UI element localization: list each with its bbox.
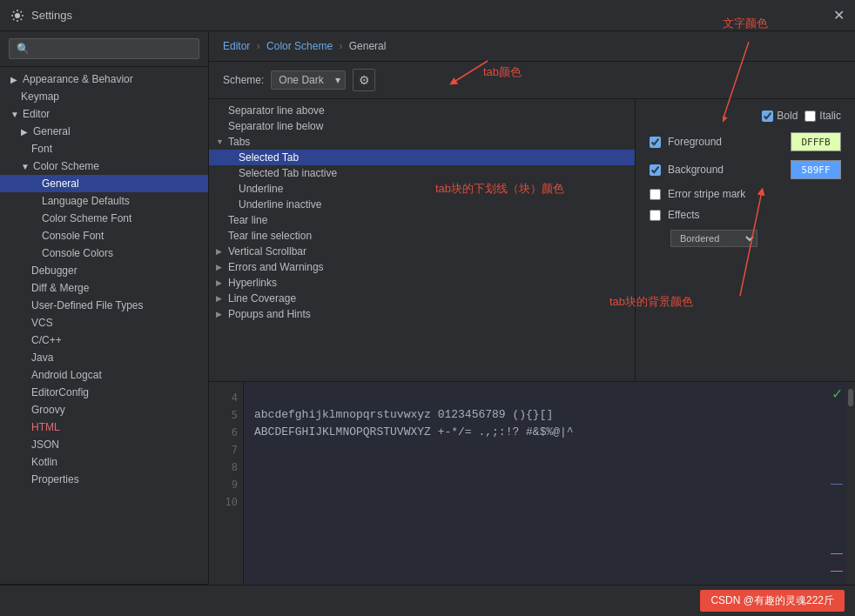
tree-item-tabs[interactable]: ▼ Tabs [209,134,635,150]
italic-label: Italic [819,110,841,122]
sidebar-item-consolefont[interactable]: Console Font [0,227,208,244]
sidebar-item-properties[interactable]: Properties [0,471,208,488]
tree-item-hyperlinks[interactable]: ▶ Hyperlinks [209,275,635,291]
tree-item-underline-inactive[interactable]: Underline inactive [209,197,635,212]
sidebar-item-label: Keymap [21,90,59,103]
error-stripe-label: Error stripe mark [668,188,841,200]
preview-code: abcdefghijklmnopqrstuvwxyz 0123456789 ()… [244,382,846,616]
scrollbar-thumb [848,389,853,406]
sidebar-item-appearance[interactable]: ▶ Appearance & Behavior [0,70,208,88]
tree-item-errors-warnings[interactable]: ▶ Errors and Warnings [209,259,635,275]
tree-item-popups-hints[interactable]: ▶ Popups and Hints [209,306,635,322]
foreground-checkbox[interactable] [650,137,661,148]
sidebar-item-label: General [33,125,71,137]
preview-scrollbar[interactable] [846,382,855,616]
tree-item-line-coverage[interactable]: ▶ Line Coverage [209,291,635,306]
line-num-7: 7 [209,441,238,459]
breadcrumb-colorscheme[interactable]: Color Scheme [266,40,333,52]
scheme-select[interactable]: One Dark [271,70,346,90]
scheme-bar: Scheme: One Dark ⚙ [209,62,855,99]
sidebar-item-consolecolors[interactable]: Console Colors [0,244,208,262]
sidebar-item-debugger[interactable]: Debugger [0,262,208,279]
titlebar-title: Settings [31,9,72,22]
sidebar-item-html[interactable]: HTML [0,418,208,436]
scheme-gear-button[interactable]: ⚙ [353,69,375,91]
breadcrumb-editor[interactable]: Editor [223,40,250,52]
sidebar-item-kotlin[interactable]: Kotlin [0,453,208,471]
italic-checkbox-label: Italic [805,110,841,122]
italic-checkbox[interactable] [805,110,816,122]
tree-item-selected-tab-inactive[interactable]: Selected Tab inactive [209,165,635,181]
sidebar: ▶ Appearance & Behavior Keymap ▼ Editor … [0,31,209,616]
sidebar-item-keymap[interactable]: Keymap [0,88,208,105]
tree-item-vertical-scrollbar[interactable]: ▶ Vertical Scrollbar [209,244,635,259]
tree-item-sep-below[interactable]: Separator line below [209,118,635,134]
line-num-4: 4 [209,389,238,406]
sidebar-item-groovy[interactable]: Groovy [0,401,208,418]
error-stripe-checkbox[interactable] [650,189,661,200]
line-num-10: 10 [209,493,238,511]
sidebar-item-androidlogcat[interactable]: Android Logcat [0,366,208,384]
sidebar-item-general2[interactable]: General [0,175,208,192]
preview-area: 4 5 6 7 8 9 10 abcdefghijklmnopqrstuvwxy… [209,381,855,616]
sidebar-item-vcs[interactable]: VCS [0,314,208,331]
bold-label: Bold [777,110,798,122]
arrow-icon: ▶ [216,310,225,318]
sidebar-item-langdefaults[interactable]: Language Defaults [0,192,208,210]
error-stripe-row: Error stripe mark [650,188,841,200]
sidebar-item-colorschemefont[interactable]: Color Scheme Font [0,210,208,227]
line-num-5: 5 [209,406,238,424]
breadcrumb-general: General [349,40,387,52]
tree-item-tearline[interactable]: Tear line [209,212,635,228]
background-row: Background 589FF [650,160,841,179]
dash-icon-2: — [831,546,843,559]
effect-type-select[interactable]: Bordered [670,230,757,247]
foreground-color-value: DFFFB [801,137,830,148]
code-line-6: ABCDEFGHIJKLMNOPQRSTUVWXYZ +-*/= .,;:!? … [254,424,836,441]
sidebar-item-editor[interactable]: ▼ Editor [0,105,208,123]
code-line-9 [254,476,836,493]
foreground-row: Foreground DFFFB [650,132,841,151]
close-button[interactable]: ✕ [833,7,845,23]
sidebar-item-editorconfig[interactable]: EditorConfig [0,384,208,401]
sidebar-item-label: Console Font [42,230,104,242]
sidebar-tree: ▶ Appearance & Behavior Keymap ▼ Editor … [0,67,208,584]
sidebar-item-colorscheme[interactable]: ▼ Color Scheme [0,157,208,175]
code-line-5: abcdefghijklmnopqrstuvwxyz 0123456789 ()… [254,406,836,424]
background-label: Background [668,164,784,176]
sidebar-item-diffmerge[interactable]: Diff & Merge [0,279,208,297]
scheme-label: Scheme: [223,74,264,86]
tree-item-sep-above[interactable]: Separator line above [209,103,635,118]
settings-icon [10,9,24,23]
search-input[interactable] [9,38,199,59]
arrow-icon: ▼ [10,110,19,119]
tree-item-selected-tab[interactable]: Selected Tab [209,150,635,165]
sidebar-item-java[interactable]: Java [0,349,208,366]
effects-checkbox[interactable] [650,210,661,221]
line-num-9: 9 [209,476,238,493]
sidebar-item-json[interactable]: JSON [0,436,208,453]
sidebar-item-label: Font [31,143,52,155]
breadcrumb: Editor › Color Scheme › General [209,31,855,62]
code-line-8 [254,459,836,476]
props-panel: Bold Italic Foreground DFFFB [636,99,855,381]
bold-italic-row: Bold Italic [650,110,841,122]
sidebar-item-userdefined[interactable]: User-Defined File Types [0,297,208,314]
sidebar-item-label: Android Logcat [31,369,102,381]
effects-row: Effects [650,209,841,221]
tree-item-tearline-selection[interactable]: Tear line selection [209,228,635,244]
preview-gutter: 4 5 6 7 8 9 10 [209,382,244,616]
arrow-icon: ▼ [216,137,225,146]
sidebar-item-label: General [42,177,79,190]
sidebar-item-general[interactable]: ▶ General [0,123,208,140]
background-color-value: 589FF [801,164,830,176]
tree-item-underline[interactable]: Underline [209,181,635,197]
background-checkbox[interactable] [650,164,661,176]
sidebar-item-font[interactable]: Font [0,140,208,157]
tree-panel: Separator line above Separator line belo… [209,99,636,381]
bold-checkbox[interactable] [762,110,773,122]
sidebar-item-cpp[interactable]: C/C++ [0,331,208,349]
content-area: Editor › Color Scheme › General Scheme: … [209,31,855,616]
foreground-color-swatch[interactable]: DFFFB [791,132,841,151]
background-color-swatch[interactable]: 589FF [791,160,841,179]
